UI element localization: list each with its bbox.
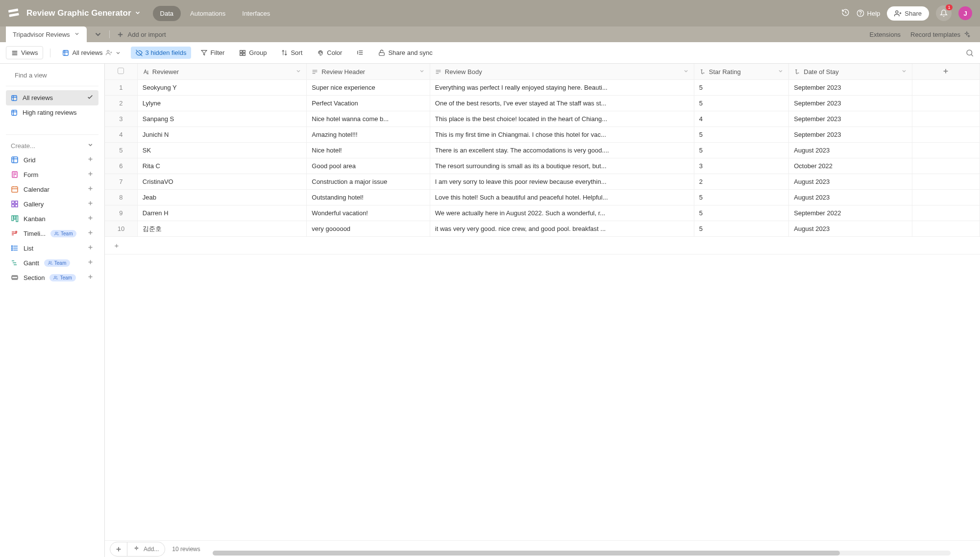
view-search[interactable] <box>6 69 98 82</box>
notification-button[interactable]: 1 <box>936 5 952 21</box>
add-or-import-button[interactable]: Add or import <box>117 31 166 38</box>
cell-review-body[interactable]: This place is the best choice! located i… <box>430 111 694 127</box>
table-tab-active[interactable]: Tripadvisor Reviews <box>6 26 87 42</box>
sidebar-view-item[interactable]: High rating reviews <box>6 105 98 120</box>
table-row[interactable]: 9 Darren H Wonderful vacation! We were a… <box>105 205 980 221</box>
create-view-option[interactable]: Gallery <box>6 197 98 211</box>
column-header-date-of-stay[interactable]: Date of Stay <box>789 64 912 80</box>
row-number[interactable]: 3 <box>105 111 137 127</box>
chevron-down-icon[interactable] <box>778 68 784 76</box>
cell-review-header[interactable]: Amazing hotel!!! <box>307 127 430 143</box>
footer-add-button[interactable] <box>110 542 127 557</box>
cell-reviewer[interactable]: Junichi N <box>137 127 306 143</box>
create-view-option[interactable]: Calendar <box>6 182 98 197</box>
create-view-option[interactable]: Form <box>6 167 98 182</box>
sidebar-view-item[interactable]: All reviews <box>6 90 98 105</box>
row-number[interactable]: 5 <box>105 143 137 158</box>
cell-review-body[interactable]: One of the best resorts, I've ever staye… <box>430 96 694 111</box>
plus-icon[interactable] <box>87 185 94 193</box>
share-button[interactable]: Share <box>887 6 929 21</box>
cell-review-body[interactable]: Everything was perfect I really enjoyed … <box>430 80 694 96</box>
cell-review-header[interactable]: Perfect Vacation <box>307 96 430 111</box>
cell-review-header[interactable]: very goooood <box>307 221 430 237</box>
color-button[interactable]: Color <box>312 47 347 59</box>
cell-reviewer[interactable]: Jeab <box>137 190 306 205</box>
row-number[interactable]: 7 <box>105 174 137 190</box>
tab-data[interactable]: Data <box>153 6 181 21</box>
cell-review-header[interactable]: Super nice experience <box>307 80 430 96</box>
cell-star-rating[interactable]: 5 <box>694 127 788 143</box>
cell-review-body[interactable]: Love this hotel! Such a beautiful and pe… <box>430 190 694 205</box>
cell-date-of-stay[interactable]: September 2023 <box>789 96 912 111</box>
row-number[interactable]: 4 <box>105 127 137 143</box>
create-view-option[interactable]: SectionTeam <box>6 270 98 285</box>
column-header-star-rating[interactable]: Star Rating <box>694 64 788 80</box>
hidden-fields-button[interactable]: 3 hidden fields <box>131 47 192 59</box>
horizontal-scrollbar[interactable] <box>213 551 951 556</box>
cell-reviewer[interactable]: Seokyung Y <box>137 80 306 96</box>
create-view-option[interactable]: Timeli...Team <box>6 226 98 241</box>
cell-review-body[interactable]: I am very sorry to leave this poor revie… <box>430 174 694 190</box>
cell-review-header[interactable]: Nice hotel wanna come b... <box>307 111 430 127</box>
cell-star-rating[interactable]: 5 <box>694 143 788 158</box>
create-view-option[interactable]: Kanban <box>6 211 98 226</box>
checkbox-icon[interactable] <box>118 68 124 74</box>
current-view[interactable]: All reviews <box>57 47 125 59</box>
history-icon[interactable] <box>841 8 850 18</box>
search-icon[interactable] <box>965 49 974 57</box>
cell-review-header[interactable]: Good pool area <box>307 158 430 174</box>
cell-star-rating[interactable]: 5 <box>694 205 788 221</box>
chevron-down-icon[interactable] <box>74 31 80 38</box>
table-row[interactable]: 5 SK Nice hotel! There is an excellent s… <box>105 143 980 158</box>
cell-date-of-stay[interactable]: August 2023 <box>789 174 912 190</box>
chevron-down-icon[interactable] <box>901 68 907 76</box>
cell-star-rating[interactable]: 2 <box>694 174 788 190</box>
plus-icon[interactable] <box>87 156 94 164</box>
record-templates-button[interactable]: Record templates <box>910 31 970 38</box>
add-row-button[interactable]: + <box>105 241 128 250</box>
add-column-button[interactable] <box>912 64 980 80</box>
cell-review-body[interactable]: it was very very good. nice crew, and go… <box>430 221 694 237</box>
cell-star-rating[interactable]: 5 <box>694 80 788 96</box>
cell-reviewer[interactable]: SK <box>137 143 306 158</box>
row-number[interactable]: 2 <box>105 96 137 111</box>
share-sync-button[interactable]: Share and sync <box>373 47 437 59</box>
cell-date-of-stay[interactable]: September 2023 <box>789 111 912 127</box>
row-number[interactable]: 1 <box>105 80 137 96</box>
plus-icon[interactable] <box>87 274 94 281</box>
row-number[interactable]: 9 <box>105 205 137 221</box>
cell-review-header[interactable]: Wonderful vacation! <box>307 205 430 221</box>
cell-date-of-stay[interactable]: October 2022 <box>789 158 912 174</box>
cell-date-of-stay[interactable]: September 2022 <box>789 205 912 221</box>
views-button[interactable]: Views <box>6 46 43 59</box>
app-title[interactable]: Review Graphic Generator <box>26 8 131 18</box>
table-row[interactable]: 10 김준호 very goooood it was very very goo… <box>105 221 980 237</box>
cell-review-body[interactable]: We were actually here in August 2022. Su… <box>430 205 694 221</box>
extensions-button[interactable]: Extensions <box>870 31 901 38</box>
row-number[interactable]: 8 <box>105 190 137 205</box>
cell-star-rating[interactable]: 3 <box>694 158 788 174</box>
cell-review-header[interactable]: Outstanding hotel! <box>307 190 430 205</box>
plus-icon[interactable] <box>87 244 94 252</box>
chevron-down-icon[interactable] <box>94 30 102 39</box>
chevron-down-icon[interactable] <box>134 9 141 18</box>
table-row[interactable]: 1 Seokyung Y Super nice experience Every… <box>105 80 980 96</box>
cell-star-rating[interactable]: 5 <box>694 190 788 205</box>
table-row[interactable]: 7 CristinaVO Construction a major issue … <box>105 174 980 190</box>
cell-star-rating[interactable]: 5 <box>694 96 788 111</box>
tab-automations[interactable]: Automations <box>183 6 233 21</box>
help-button[interactable]: Help <box>857 9 881 17</box>
cell-star-rating[interactable]: 5 <box>694 221 788 237</box>
plus-icon[interactable] <box>87 259 94 267</box>
column-header-reviewer[interactable]: Reviewer <box>137 64 306 80</box>
chevron-down-icon[interactable] <box>683 68 689 76</box>
chevron-down-icon[interactable] <box>419 68 425 76</box>
cell-reviewer[interactable]: Lylyne <box>137 96 306 111</box>
tab-interfaces[interactable]: Interfaces <box>235 6 277 21</box>
cell-date-of-stay[interactable]: September 2023 <box>789 127 912 143</box>
cell-review-body[interactable]: There is an excellent stay. The accomoda… <box>430 143 694 158</box>
cell-date-of-stay[interactable]: August 2023 <box>789 221 912 237</box>
select-all-header[interactable] <box>105 64 137 80</box>
table-row[interactable]: 2 Lylyne Perfect Vacation One of the bes… <box>105 96 980 111</box>
plus-icon[interactable] <box>87 171 94 178</box>
